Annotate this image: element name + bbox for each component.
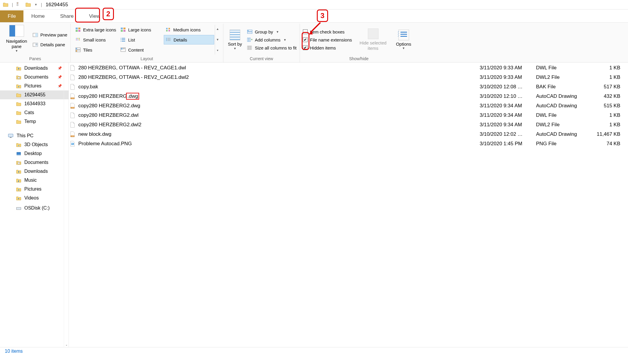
status-bar: 10 items	[0, 347, 628, 355]
properties-icon[interactable]	[17, 2, 22, 7]
tree-item[interactable]: 16344933	[0, 99, 69, 108]
tree-item[interactable]: Pictures📌	[0, 82, 69, 90]
pin-icon: 📌	[58, 75, 62, 79]
file-name: 280 HERZBERG, OTTAWA - REV2_CAGE1.dwl2	[78, 74, 189, 80]
file-icon	[70, 131, 75, 137]
tree-item[interactable]: Downloads📌	[0, 64, 69, 73]
tree-item[interactable]: Videos	[0, 194, 69, 202]
layout-scroll[interactable]: ▲▼▾	[215, 25, 220, 55]
folder-icon	[16, 84, 21, 88]
layout-large-icons[interactable]: Large icons	[119, 25, 163, 34]
file-type: DWL2 File	[536, 122, 592, 128]
tree-item[interactable]: Desktop	[0, 149, 69, 158]
group-current-view: Sort by ▼ Group by▼ Add columns▼ Size al…	[223, 24, 300, 62]
sidebar-scrollbar[interactable]: ⌄	[64, 63, 69, 347]
group-label-show-hide: Show/hide	[303, 55, 415, 62]
details-pane-button[interactable]: Details pane	[33, 42, 67, 47]
file-name-extensions-toggle[interactable]: ✔File name extensions	[303, 37, 352, 42]
file-row[interactable]: copy280 HERZBERG2.dwg 3/11/2020 9:34 AM …	[69, 101, 628, 111]
tree-item[interactable]: Documents📌	[0, 73, 69, 82]
navigation-pane-label: Navigation pane	[3, 39, 30, 49]
folder-icon	[16, 178, 21, 183]
checkbox-checked-icon: ✔	[303, 37, 308, 42]
tree-item[interactable]: 3D Objects	[0, 140, 69, 149]
checkbox-checked-icon: ✔	[303, 45, 308, 50]
file-row[interactable]: copy280 HERZBERG.dwg 3/10/2020 12:10 … A…	[69, 92, 628, 101]
layout-extra-large-icons[interactable]: Extra large icons	[74, 25, 118, 34]
folder-icon	[16, 119, 21, 124]
tree-item[interactable]: Downloads	[0, 167, 69, 176]
group-panes: Navigation pane ▼ Preview pane Details p…	[0, 24, 71, 62]
layout-list[interactable]: List	[119, 35, 163, 44]
item-count: 10 items	[5, 349, 23, 354]
tree-label: Temp	[24, 119, 36, 124]
tree-label: 3D Objects	[24, 142, 48, 147]
sort-by-icon	[230, 30, 240, 40]
chevron-down-icon: ▼	[276, 30, 279, 33]
tab-view[interactable]: View	[81, 10, 108, 22]
tree-item[interactable]: Temp	[0, 117, 69, 126]
tree-item[interactable]: Cats	[0, 108, 69, 117]
qat-dropdown[interactable]: ▼	[34, 3, 37, 6]
folder-icon	[16, 160, 21, 165]
item-check-boxes-toggle[interactable]: Item check boxes	[303, 29, 352, 34]
file-row[interactable]: 280 HERZBERG, OTTAWA - REV2_CAGE1.dwl2 3…	[69, 73, 628, 82]
file-icon	[70, 74, 75, 80]
group-by-button[interactable]: Group by▼	[247, 29, 297, 34]
file-date: 3/11/2020 9:34 AM	[480, 103, 536, 109]
add-columns-button[interactable]: Add columns▼	[247, 37, 297, 42]
file-row[interactable]: new block.dwg 3/10/2020 12:02 … AutoCAD …	[69, 130, 628, 139]
this-pc-icon	[8, 133, 14, 138]
file-type: AutoCAD Drawing	[536, 93, 592, 99]
layout-tiles[interactable]: Tiles	[74, 45, 118, 55]
file-row[interactable]: copy.bak 3/10/2020 12:08 … BAK File 517 …	[69, 82, 628, 92]
tree-this-pc[interactable]: This PC	[0, 131, 69, 140]
options-button[interactable]: Options ▼	[392, 25, 415, 55]
layout-content[interactable]: Content	[119, 45, 163, 55]
window-title: 16294455	[46, 2, 68, 8]
folder-icon	[3, 2, 8, 7]
tiles-icon	[75, 47, 81, 52]
tree-item-cut[interactable]: OSDisk (C:)	[0, 204, 69, 213]
size-columns-icon	[247, 46, 252, 50]
preview-pane-button[interactable]: Preview pane	[33, 32, 67, 37]
tree-item[interactable]: Documents	[0, 158, 69, 167]
divider: |	[41, 2, 42, 7]
tab-share[interactable]: Share	[53, 10, 81, 22]
file-row[interactable]: copy280 HERZBERG2.dwl 3/11/2020 9:34 AM …	[69, 111, 628, 120]
sort-by-button[interactable]: Sort by ▼	[226, 25, 244, 55]
navigation-pane-button[interactable]: Navigation pane ▼	[3, 25, 30, 55]
layout-medium-icons[interactable]: Medium icons	[164, 25, 214, 34]
layout-details[interactable]: Details	[164, 35, 214, 44]
tree-item[interactable]: Pictures	[0, 185, 69, 194]
file-size: 1 KB	[592, 74, 628, 80]
hidden-items-toggle[interactable]: ✔Hidden items	[303, 45, 352, 50]
content-icon	[120, 47, 126, 52]
file-type: PNG File	[536, 141, 592, 147]
folder-icon	[16, 93, 21, 97]
extra-large-icons-icon	[75, 27, 81, 32]
tree-label: Documents	[24, 74, 48, 80]
tab-file[interactable]: File	[0, 10, 23, 22]
size-columns-button[interactable]: Size all columns to fit	[247, 45, 297, 50]
navigation-tree: Downloads📌Documents📌Pictures📌16294455163…	[0, 63, 69, 347]
hide-selected-button[interactable]: Hide selected items	[357, 25, 389, 55]
pin-icon: 📌	[58, 84, 62, 88]
tree-item[interactable]: 16294455	[0, 90, 69, 99]
sort-by-label: Sort by	[228, 41, 242, 47]
file-type: DWL2 File	[536, 74, 592, 80]
file-row[interactable]: 280 HERZBERG, OTTAWA - REV2_CAGE1.dwl 3/…	[69, 63, 628, 73]
tree-item[interactable]: Music	[0, 176, 69, 185]
file-date: 3/11/2020 9:33 AM	[480, 65, 536, 71]
file-row[interactable]: Probleme Autocad.PNG 3/10/2020 1:45 PM P…	[69, 139, 628, 149]
layout-small-icons[interactable]: Small icons	[74, 35, 118, 44]
file-name: copy280 HERZBERG2.dwg	[78, 103, 140, 109]
tree-label: Cats	[24, 110, 34, 115]
file-name: copy280 HERZBERG.dwg	[78, 93, 139, 99]
folder-icon	[16, 102, 21, 106]
file-row[interactable]: copy280 HERZBERG2.dwl2 3/11/2020 9:34 AM…	[69, 120, 628, 130]
file-date: 3/11/2020 9:33 AM	[480, 74, 536, 80]
file-date: 3/11/2020 9:34 AM	[480, 112, 536, 118]
details-pane-label: Details pane	[40, 42, 65, 47]
tab-home[interactable]: Home	[23, 10, 52, 22]
